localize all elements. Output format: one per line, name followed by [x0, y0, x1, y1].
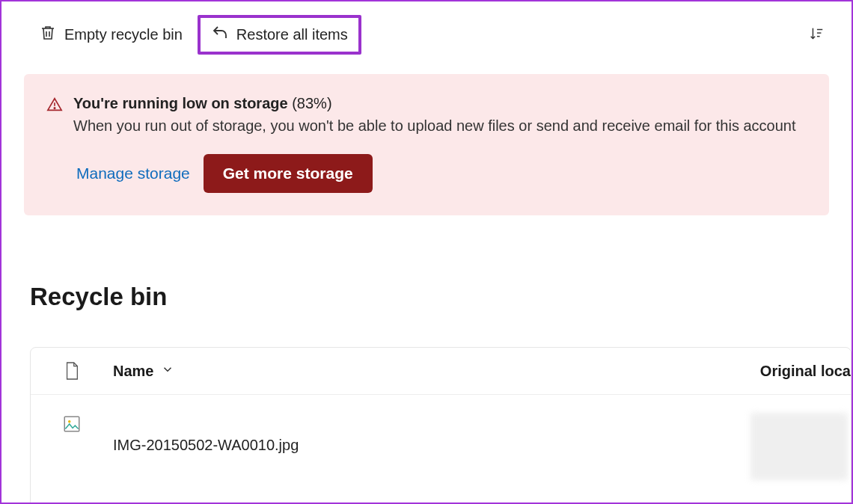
- get-more-storage-button[interactable]: Get more storage: [204, 154, 373, 193]
- trash-icon: [39, 24, 57, 46]
- manage-storage-link[interactable]: Manage storage: [73, 160, 193, 187]
- name-column-label: Name: [113, 363, 153, 380]
- image-file-icon: [31, 413, 113, 434]
- original-location-column-header[interactable]: Original loca: [760, 363, 851, 380]
- restore-all-items-button[interactable]: Restore all items: [198, 15, 361, 55]
- undo-icon: [211, 24, 229, 46]
- file-table: Name Original loca IMG-20150502-WA0010.j…: [30, 347, 852, 504]
- toolbar: Empty recycle bin Restore all items: [1, 1, 852, 68]
- storage-warning-title: You're running low on storage (83%): [73, 95, 807, 112]
- page-title: Recycle bin: [30, 283, 852, 311]
- svg-rect-1: [64, 417, 79, 431]
- original-location-value: [750, 413, 848, 480]
- warning-icon: [46, 96, 63, 116]
- table-header-row: Name Original loca: [31, 348, 851, 395]
- name-column-header[interactable]: Name: [113, 363, 174, 380]
- svg-point-2: [68, 420, 70, 422]
- sort-icon: [808, 25, 825, 45]
- restore-all-items-label: Restore all items: [236, 26, 348, 43]
- svg-point-0: [54, 108, 55, 108]
- sort-button[interactable]: [804, 21, 829, 49]
- empty-recycle-bin-button[interactable]: Empty recycle bin: [30, 18, 192, 52]
- file-type-column-icon: [31, 361, 113, 381]
- empty-recycle-bin-label: Empty recycle bin: [64, 26, 183, 43]
- storage-warning-percent: (83%): [292, 95, 331, 111]
- file-name: IMG-20150502-WA0010.jpg: [113, 413, 299, 454]
- storage-warning-description: When you run out of storage, you won't b…: [73, 115, 807, 136]
- storage-warning-title-text: You're running low on storage: [73, 95, 288, 111]
- chevron-down-icon: [161, 363, 174, 380]
- storage-warning-banner: You're running low on storage (83%) When…: [24, 74, 829, 215]
- table-row[interactable]: IMG-20150502-WA0010.jpg: [31, 395, 851, 504]
